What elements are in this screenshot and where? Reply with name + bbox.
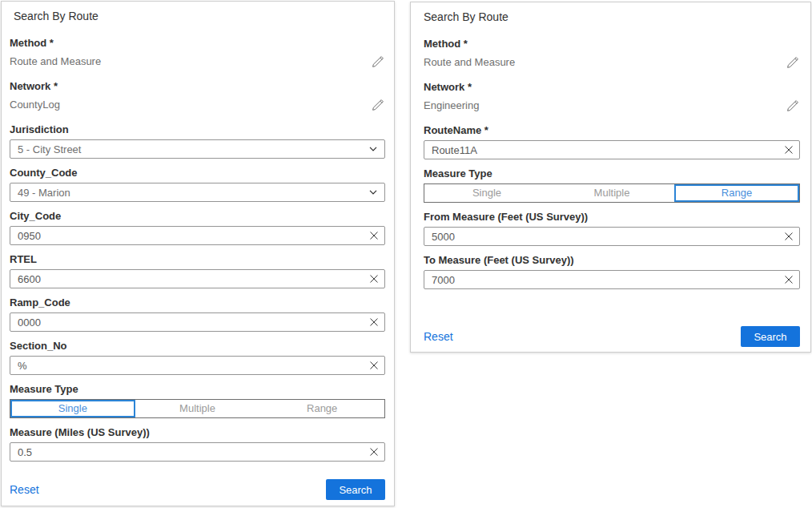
method-field: Method * Route and Measure: [10, 36, 385, 70]
measure-type-segmented: Single Multiple Range: [424, 183, 800, 203]
x-icon: [369, 274, 379, 284]
clear-city-code-button[interactable]: [369, 231, 379, 240]
ramp-code-field: Ramp_Code: [10, 296, 385, 332]
measure-type-segmented: Single Multiple Range: [10, 399, 385, 418]
search-by-route-panel-right: Search By Route Method * Route and Measu…: [410, 2, 811, 353]
from-measure-input[interactable]: [424, 227, 800, 246]
x-icon: [784, 275, 794, 284]
county-code-label: County_Code: [10, 166, 385, 179]
network-field: Network * Engineering: [424, 80, 800, 114]
clear-route-name-button[interactable]: [784, 145, 794, 155]
method-field: Method * Route and Measure: [424, 37, 800, 71]
x-icon: [784, 145, 794, 155]
edit-method-button[interactable]: [371, 54, 385, 69]
pencil-icon: [372, 55, 384, 68]
search-button[interactable]: Search: [326, 479, 385, 500]
city-code-input[interactable]: [10, 226, 385, 245]
panel-footer: Reset Search: [424, 326, 800, 347]
measure-type-label: Measure Type: [10, 382, 385, 396]
city-code-label: City_Code: [10, 209, 385, 223]
ramp-code-input[interactable]: [10, 312, 385, 332]
clear-to-measure-button[interactable]: [784, 275, 794, 284]
chevron-down-icon: [369, 190, 377, 195]
edit-network-button[interactable]: [786, 99, 800, 113]
network-value: Engineering: [424, 99, 479, 111]
measure-type-field: Measure Type Single Multiple Range: [424, 167, 800, 203]
clear-measure-button[interactable]: [369, 447, 379, 457]
clear-ramp-code-button[interactable]: [369, 317, 379, 327]
x-icon: [784, 232, 794, 241]
segment-single[interactable]: Single: [10, 400, 135, 417]
ramp-code-label: Ramp_Code: [10, 296, 385, 309]
route-name-field: RouteName *: [424, 123, 800, 159]
search-by-route-panel-left: Search By Route Method * Route and Measu…: [1, 1, 395, 506]
jurisdiction-label: Jurisdiction: [10, 123, 385, 136]
jurisdiction-field: Jurisdiction 5 - City Street: [10, 123, 385, 159]
chevron-down-icon: [369, 147, 377, 151]
segment-range[interactable]: Range: [259, 400, 384, 417]
measure-type-label: Measure Type: [424, 167, 800, 180]
county-code-field: County_Code 49 - Marion: [10, 166, 385, 202]
measure-type-field: Measure Type Single Multiple Range: [10, 382, 385, 418]
panel-footer: Reset Search: [10, 479, 385, 500]
network-field: Network * CountyLog: [10, 79, 385, 113]
network-value: CountyLog: [10, 99, 60, 111]
x-icon: [369, 317, 379, 327]
jurisdiction-selected-value: 5 - City Street: [18, 143, 81, 155]
segment-multiple[interactable]: Multiple: [549, 184, 674, 202]
network-label: Network *: [10, 79, 385, 93]
x-icon: [369, 231, 379, 240]
segment-single[interactable]: Single: [424, 184, 549, 202]
method-label: Method *: [424, 37, 800, 50]
measure-label: Measure (Miles (US Survey)): [10, 425, 385, 439]
measure-input[interactable]: [10, 442, 385, 462]
x-icon: [369, 361, 379, 370]
reset-link[interactable]: Reset: [10, 483, 39, 496]
edit-network-button[interactable]: [371, 98, 385, 112]
pencil-icon: [786, 99, 799, 112]
from-measure-field: From Measure (Feet (US Survey)): [424, 210, 800, 246]
reset-link[interactable]: Reset: [424, 330, 453, 343]
panel-title: Search By Route: [424, 2, 800, 24]
method-value: Route and Measure: [10, 55, 101, 67]
x-icon: [369, 447, 379, 457]
clear-section-no-button[interactable]: [369, 361, 379, 370]
edit-method-button[interactable]: [786, 55, 800, 70]
pencil-icon: [786, 56, 799, 69]
county-code-selected-value: 49 - Marion: [18, 187, 70, 199]
to-measure-field: To Measure (Feet (US Survey)): [424, 253, 800, 289]
rtel-label: RTEL: [10, 252, 385, 266]
panel-title: Search By Route: [14, 2, 385, 23]
pencil-icon: [372, 99, 384, 111]
route-name-label: RouteName *: [424, 123, 800, 137]
method-label: Method *: [10, 36, 385, 50]
rtel-input[interactable]: [10, 269, 385, 288]
search-button[interactable]: Search: [741, 326, 800, 347]
network-label: Network *: [424, 80, 800, 94]
section-no-input[interactable]: [10, 356, 385, 375]
county-code-select[interactable]: 49 - Marion: [10, 183, 385, 202]
to-measure-label: To Measure (Feet (US Survey)): [424, 253, 800, 267]
city-code-field: City_Code: [10, 209, 385, 245]
jurisdiction-select[interactable]: 5 - City Street: [10, 139, 385, 159]
clear-from-measure-button[interactable]: [784, 232, 794, 241]
section-no-field: Section_No: [10, 339, 385, 375]
segment-range[interactable]: Range: [674, 184, 799, 202]
from-measure-label: From Measure (Feet (US Survey)): [424, 210, 800, 224]
clear-rtel-button[interactable]: [369, 274, 379, 284]
measure-field: Measure (Miles (US Survey)): [10, 425, 385, 462]
to-measure-input[interactable]: [424, 270, 800, 289]
segment-multiple[interactable]: Multiple: [135, 400, 260, 417]
section-no-label: Section_No: [10, 339, 385, 353]
rtel-field: RTEL: [10, 252, 385, 288]
route-name-input[interactable]: [424, 140, 800, 159]
method-value: Route and Measure: [424, 56, 515, 68]
